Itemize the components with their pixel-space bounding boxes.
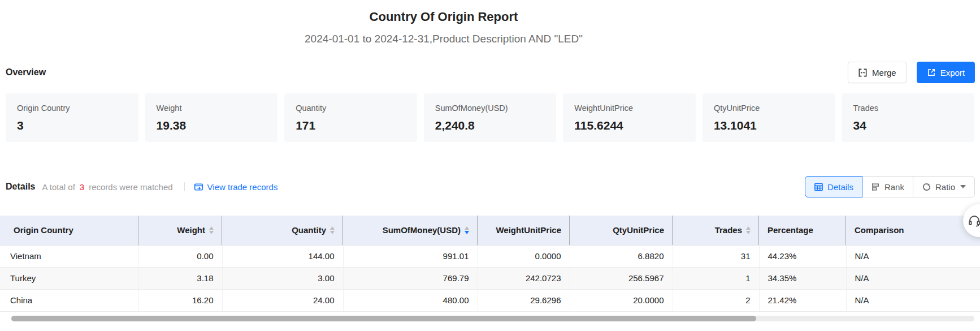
report-header: Country Of Origin Report 2024-01-01 to 2… (0, 0, 887, 45)
merge-button[interactable]: Merge (848, 62, 907, 83)
match-summary-suffix: records were matched (89, 182, 172, 192)
sort-control[interactable] (209, 226, 214, 234)
details-summary-group: Details A total of 3 records were matche… (6, 182, 277, 192)
card-value: 13.1041 (714, 118, 824, 132)
table-cell: 16.20 (138, 289, 222, 311)
table-cell: 24.00 (222, 289, 343, 311)
table-cell: 31 (673, 245, 759, 267)
card-value: 34 (853, 118, 963, 132)
scrollbar-thumb[interactable] (11, 316, 756, 321)
card-value: 171 (296, 118, 406, 132)
table-cell: 769.79 (343, 267, 478, 289)
ratio-view-button[interactable]: Ratio (913, 176, 975, 197)
column-header-qty-unit-price: QtyUnitPrice (570, 216, 673, 245)
column-header-percentage: Percentage (759, 216, 846, 245)
table-cell: 44.23% (759, 245, 846, 267)
table-row-china: China 16.20 24.00 480.00 29.6296 20.0000… (0, 289, 980, 311)
details-toolbar: Details A total of 3 records were matche… (6, 176, 975, 197)
table-icon (814, 182, 823, 192)
overview-card-trades: Trades 34 (842, 93, 974, 142)
card-label: WeightUnitPrice (574, 104, 684, 113)
column-label: Origin Country (14, 225, 73, 235)
horizontal-scrollbar (6, 316, 974, 321)
column-label: QtyUnitPrice (613, 225, 664, 235)
table-row-vietnam: Vietnam 0.00 144.00 991.01 0.0000 6.8820… (0, 245, 980, 267)
table-cell: China (0, 289, 138, 311)
overview-card-sum-of-money: SumOfMoney(USD) 2,240.8 (424, 93, 557, 142)
column-header-origin-country: Origin Country (0, 216, 138, 245)
table-cell: N/A (846, 245, 980, 267)
card-value: 19.38 (157, 118, 267, 132)
column-header-sum-of-money[interactable]: SumOfMoney(USD) (343, 216, 478, 245)
table-cell: 480.00 (343, 289, 478, 311)
export-button-label: Export (940, 68, 965, 78)
table-cell: 21.42% (759, 289, 846, 311)
column-label: Percentage (767, 225, 813, 235)
table-cell: N/A (846, 267, 980, 289)
match-summary-prefix: A total of (42, 182, 75, 192)
rank-view-label: Rank (884, 182, 904, 192)
table-cell: 20.0000 (570, 289, 673, 311)
sort-control-active-desc[interactable] (465, 226, 469, 234)
overview-card-weight-unit-price: WeightUnitPrice 115.6244 (563, 93, 696, 142)
match-summary: A total of 3 records were matched (42, 182, 172, 192)
card-value: 3 (17, 118, 127, 132)
trade-records-icon (194, 182, 203, 192)
table-cell: Vietnam (0, 245, 138, 267)
rank-view-button[interactable]: Rank (862, 176, 913, 197)
column-label: Weight (177, 225, 205, 235)
overview-card-weight: Weight 19.38 (145, 93, 278, 142)
vertical-divider (184, 182, 185, 191)
overview-card-qty-unit-price: QtyUnitPrice 13.1041 (703, 93, 835, 142)
overview-toolbar: Overview Merge Export (6, 62, 975, 83)
sort-control[interactable] (746, 226, 751, 234)
rank-icon (871, 182, 881, 192)
card-label: Quantity (296, 104, 406, 113)
table-cell: 1 (673, 267, 759, 289)
table-cell: 0.00 (138, 245, 222, 267)
table-cell: 242.0723 (478, 267, 570, 289)
column-header-trades[interactable]: Trades (673, 216, 759, 245)
table-cell: 6.8820 (570, 245, 673, 267)
page-title: Country Of Origin Report (0, 9, 887, 25)
details-section-title: Details (6, 182, 35, 192)
chevron-down-icon (960, 185, 966, 188)
card-label: SumOfMoney(USD) (435, 104, 545, 113)
view-toggle-group: Details Rank Ratio (805, 176, 975, 197)
table-cell: 144.00 (222, 245, 343, 267)
table-cell: 29.6296 (478, 289, 570, 311)
card-label: Weight (157, 104, 267, 113)
details-view-label: Details (827, 182, 853, 192)
table-cell: 2 (673, 289, 759, 311)
headset-icon (968, 214, 980, 227)
match-count: 3 (80, 182, 84, 192)
sort-control[interactable] (330, 226, 335, 234)
column-header-quantity[interactable]: Quantity (222, 216, 343, 245)
column-label: Comparison (855, 225, 904, 235)
table-cell: N/A (846, 289, 980, 311)
column-label: SumOfMoney(USD) (383, 225, 461, 235)
merge-button-label: Merge (872, 68, 896, 78)
card-label: QtyUnitPrice (714, 104, 824, 113)
overview-cards: Origin Country 3 Weight 19.38 Quantity 1… (6, 93, 974, 142)
column-header-comparison: Comparison (846, 216, 980, 245)
column-label: Quantity (292, 225, 326, 235)
overview-section-title: Overview (6, 67, 46, 78)
column-label: WeightUnitPrice (496, 225, 561, 235)
column-header-weight[interactable]: Weight (138, 216, 222, 245)
table-cell: Turkey (0, 267, 138, 289)
table-row-turkey: Turkey 3.18 3.00 769.79 242.0723 256.596… (0, 267, 980, 289)
card-value: 115.6244 (574, 118, 684, 132)
table-cell: 3.00 (222, 267, 343, 289)
ratio-view-label: Ratio (935, 182, 955, 192)
overview-card-origin-country: Origin Country 3 (6, 93, 138, 142)
merge-cells-icon (858, 68, 868, 78)
export-button[interactable]: Export (917, 62, 975, 83)
details-view-button[interactable]: Details (805, 176, 862, 197)
table-cell: 0.0000 (478, 245, 570, 267)
ratio-refresh-icon (922, 182, 931, 192)
origin-country-table: Origin Country Weight Quantity SumOfMone… (0, 216, 980, 312)
view-trade-records-link[interactable]: View trade records (194, 182, 278, 192)
column-header-weight-unit-price: WeightUnitPrice (478, 216, 570, 245)
page-subtitle: 2024-01-01 to 2024-12-31,Product Descrip… (0, 32, 887, 45)
